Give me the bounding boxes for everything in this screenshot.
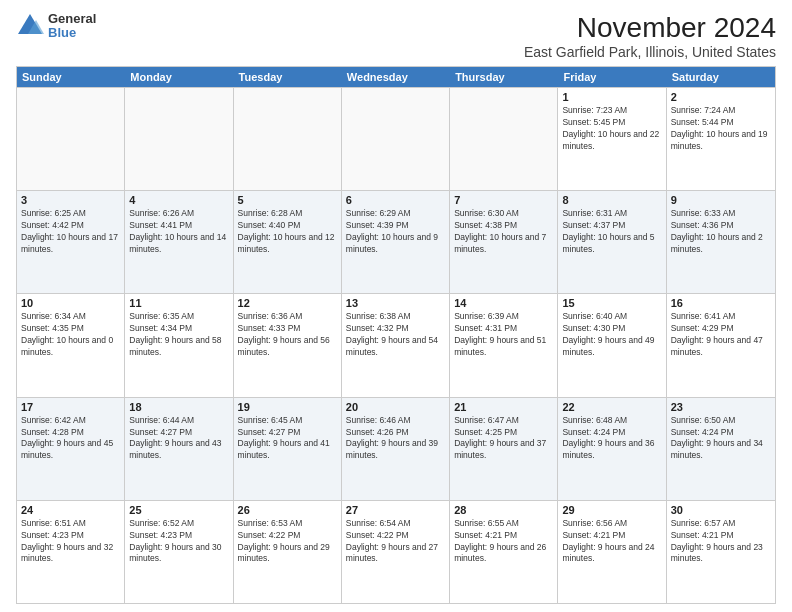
- day-number: 9: [671, 194, 771, 206]
- calendar-row-0: 1Sunrise: 7:23 AMSunset: 5:45 PMDaylight…: [17, 87, 775, 190]
- cal-cell-4-5: 29Sunrise: 6:56 AMSunset: 4:21 PMDayligh…: [558, 501, 666, 603]
- day-number: 2: [671, 91, 771, 103]
- cal-cell-1-5: 8Sunrise: 6:31 AMSunset: 4:37 PMDaylight…: [558, 191, 666, 293]
- calendar-row-1: 3Sunrise: 6:25 AMSunset: 4:42 PMDaylight…: [17, 190, 775, 293]
- subtitle: East Garfield Park, Illinois, United Sta…: [524, 44, 776, 60]
- cal-cell-0-5: 1Sunrise: 7:23 AMSunset: 5:45 PMDaylight…: [558, 88, 666, 190]
- main-title: November 2024: [524, 12, 776, 44]
- day-number: 24: [21, 504, 120, 516]
- day-number: 7: [454, 194, 553, 206]
- day-number: 12: [238, 297, 337, 309]
- day-info: Sunrise: 6:38 AMSunset: 4:32 PMDaylight:…: [346, 311, 445, 359]
- calendar: SundayMondayTuesdayWednesdayThursdayFrid…: [16, 66, 776, 604]
- cal-cell-3-6: 23Sunrise: 6:50 AMSunset: 4:24 PMDayligh…: [667, 398, 775, 500]
- day-number: 1: [562, 91, 661, 103]
- calendar-header: SundayMondayTuesdayWednesdayThursdayFrid…: [17, 67, 775, 87]
- cal-cell-0-2: [234, 88, 342, 190]
- cal-cell-1-6: 9Sunrise: 6:33 AMSunset: 4:36 PMDaylight…: [667, 191, 775, 293]
- logo-general: General: [48, 12, 96, 26]
- header-day-thursday: Thursday: [450, 67, 558, 87]
- day-number: 20: [346, 401, 445, 413]
- day-info: Sunrise: 6:28 AMSunset: 4:40 PMDaylight:…: [238, 208, 337, 256]
- cal-cell-2-1: 11Sunrise: 6:35 AMSunset: 4:34 PMDayligh…: [125, 294, 233, 396]
- day-info: Sunrise: 6:31 AMSunset: 4:37 PMDaylight:…: [562, 208, 661, 256]
- day-info: Sunrise: 6:35 AMSunset: 4:34 PMDaylight:…: [129, 311, 228, 359]
- day-info: Sunrise: 6:45 AMSunset: 4:27 PMDaylight:…: [238, 415, 337, 463]
- day-number: 25: [129, 504, 228, 516]
- page: General Blue November 2024 East Garfield…: [0, 0, 792, 612]
- day-number: 21: [454, 401, 553, 413]
- cal-cell-2-4: 14Sunrise: 6:39 AMSunset: 4:31 PMDayligh…: [450, 294, 558, 396]
- day-info: Sunrise: 6:52 AMSunset: 4:23 PMDaylight:…: [129, 518, 228, 566]
- day-info: Sunrise: 7:24 AMSunset: 5:44 PMDaylight:…: [671, 105, 771, 153]
- day-info: Sunrise: 6:44 AMSunset: 4:27 PMDaylight:…: [129, 415, 228, 463]
- day-number: 8: [562, 194, 661, 206]
- day-info: Sunrise: 6:29 AMSunset: 4:39 PMDaylight:…: [346, 208, 445, 256]
- header-day-monday: Monday: [125, 67, 233, 87]
- cal-cell-0-4: [450, 88, 558, 190]
- day-number: 30: [671, 504, 771, 516]
- day-info: Sunrise: 6:30 AMSunset: 4:38 PMDaylight:…: [454, 208, 553, 256]
- day-number: 23: [671, 401, 771, 413]
- calendar-row-4: 24Sunrise: 6:51 AMSunset: 4:23 PMDayligh…: [17, 500, 775, 603]
- header-day-wednesday: Wednesday: [342, 67, 450, 87]
- cal-cell-1-4: 7Sunrise: 6:30 AMSunset: 4:38 PMDaylight…: [450, 191, 558, 293]
- cal-cell-3-4: 21Sunrise: 6:47 AMSunset: 4:25 PMDayligh…: [450, 398, 558, 500]
- logo-icon: [16, 12, 44, 40]
- cal-cell-1-3: 6Sunrise: 6:29 AMSunset: 4:39 PMDaylight…: [342, 191, 450, 293]
- day-info: Sunrise: 6:57 AMSunset: 4:21 PMDaylight:…: [671, 518, 771, 566]
- logo: General Blue: [16, 12, 96, 41]
- cal-cell-3-5: 22Sunrise: 6:48 AMSunset: 4:24 PMDayligh…: [558, 398, 666, 500]
- day-info: Sunrise: 6:54 AMSunset: 4:22 PMDaylight:…: [346, 518, 445, 566]
- day-number: 10: [21, 297, 120, 309]
- cal-cell-1-2: 5Sunrise: 6:28 AMSunset: 4:40 PMDaylight…: [234, 191, 342, 293]
- day-number: 27: [346, 504, 445, 516]
- cal-cell-4-2: 26Sunrise: 6:53 AMSunset: 4:22 PMDayligh…: [234, 501, 342, 603]
- day-info: Sunrise: 6:40 AMSunset: 4:30 PMDaylight:…: [562, 311, 661, 359]
- day-number: 19: [238, 401, 337, 413]
- day-number: 11: [129, 297, 228, 309]
- cal-cell-0-6: 2Sunrise: 7:24 AMSunset: 5:44 PMDaylight…: [667, 88, 775, 190]
- day-info: Sunrise: 6:42 AMSunset: 4:28 PMDaylight:…: [21, 415, 120, 463]
- day-info: Sunrise: 6:51 AMSunset: 4:23 PMDaylight:…: [21, 518, 120, 566]
- day-number: 4: [129, 194, 228, 206]
- day-info: Sunrise: 6:46 AMSunset: 4:26 PMDaylight:…: [346, 415, 445, 463]
- day-number: 28: [454, 504, 553, 516]
- day-info: Sunrise: 6:33 AMSunset: 4:36 PMDaylight:…: [671, 208, 771, 256]
- day-info: Sunrise: 6:26 AMSunset: 4:41 PMDaylight:…: [129, 208, 228, 256]
- day-info: Sunrise: 6:55 AMSunset: 4:21 PMDaylight:…: [454, 518, 553, 566]
- title-block: November 2024 East Garfield Park, Illino…: [524, 12, 776, 60]
- day-number: 5: [238, 194, 337, 206]
- cal-cell-1-0: 3Sunrise: 6:25 AMSunset: 4:42 PMDaylight…: [17, 191, 125, 293]
- day-number: 15: [562, 297, 661, 309]
- calendar-row-2: 10Sunrise: 6:34 AMSunset: 4:35 PMDayligh…: [17, 293, 775, 396]
- day-number: 3: [21, 194, 120, 206]
- day-number: 18: [129, 401, 228, 413]
- header-day-tuesday: Tuesday: [234, 67, 342, 87]
- day-number: 14: [454, 297, 553, 309]
- cal-cell-3-2: 19Sunrise: 6:45 AMSunset: 4:27 PMDayligh…: [234, 398, 342, 500]
- cal-cell-2-2: 12Sunrise: 6:36 AMSunset: 4:33 PMDayligh…: [234, 294, 342, 396]
- cal-cell-4-0: 24Sunrise: 6:51 AMSunset: 4:23 PMDayligh…: [17, 501, 125, 603]
- cal-cell-4-1: 25Sunrise: 6:52 AMSunset: 4:23 PMDayligh…: [125, 501, 233, 603]
- cal-cell-3-1: 18Sunrise: 6:44 AMSunset: 4:27 PMDayligh…: [125, 398, 233, 500]
- cal-cell-2-6: 16Sunrise: 6:41 AMSunset: 4:29 PMDayligh…: [667, 294, 775, 396]
- day-info: Sunrise: 6:36 AMSunset: 4:33 PMDaylight:…: [238, 311, 337, 359]
- cal-cell-4-6: 30Sunrise: 6:57 AMSunset: 4:21 PMDayligh…: [667, 501, 775, 603]
- logo-blue: Blue: [48, 26, 96, 40]
- header-day-sunday: Sunday: [17, 67, 125, 87]
- day-info: Sunrise: 6:53 AMSunset: 4:22 PMDaylight:…: [238, 518, 337, 566]
- day-info: Sunrise: 6:48 AMSunset: 4:24 PMDaylight:…: [562, 415, 661, 463]
- cal-cell-4-4: 28Sunrise: 6:55 AMSunset: 4:21 PMDayligh…: [450, 501, 558, 603]
- day-info: Sunrise: 6:50 AMSunset: 4:24 PMDaylight:…: [671, 415, 771, 463]
- day-number: 17: [21, 401, 120, 413]
- logo-text: General Blue: [48, 12, 96, 41]
- day-number: 22: [562, 401, 661, 413]
- day-info: Sunrise: 6:34 AMSunset: 4:35 PMDaylight:…: [21, 311, 120, 359]
- cal-cell-2-5: 15Sunrise: 6:40 AMSunset: 4:30 PMDayligh…: [558, 294, 666, 396]
- day-info: Sunrise: 6:25 AMSunset: 4:42 PMDaylight:…: [21, 208, 120, 256]
- cal-cell-0-3: [342, 88, 450, 190]
- header-day-saturday: Saturday: [667, 67, 775, 87]
- day-info: Sunrise: 6:39 AMSunset: 4:31 PMDaylight:…: [454, 311, 553, 359]
- day-number: 6: [346, 194, 445, 206]
